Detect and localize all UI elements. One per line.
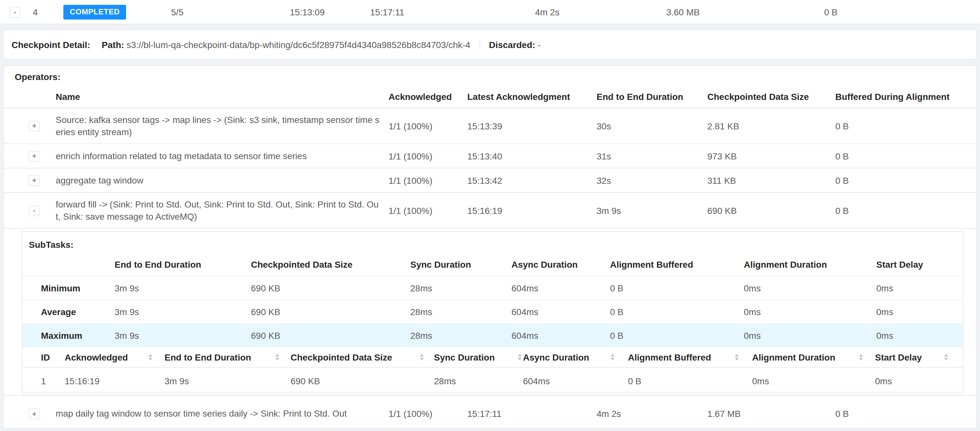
discarded-value: - xyxy=(538,39,541,49)
stat-value: 0ms xyxy=(744,307,761,317)
col-buffered-during-alignment: Buffered During Alignment xyxy=(835,91,950,102)
col-checkpointed-data-size: Checkpointed Data Size xyxy=(251,259,352,269)
col-alignment-buffered: Alignment Buffered xyxy=(628,352,711,362)
subtask-alignment-duration: 0ms xyxy=(752,376,769,386)
sort-icon[interactable] xyxy=(148,354,152,361)
col-end-to-end-duration: End to End Duration xyxy=(164,352,251,362)
stats-row-maximum: Maximum 3m 9s 690 KB 28ms 604ms 0 B 0ms … xyxy=(22,324,963,347)
acknowledged-value: 1/1 (100%) xyxy=(388,151,433,161)
buffered-during-alignment: 0 B xyxy=(824,7,838,17)
buffered-during-alignment-value: 0 B xyxy=(835,175,849,185)
table-row: + map daily tag window to sensor time se… xyxy=(4,396,976,428)
acknowledged-count: 5/5 xyxy=(171,7,184,17)
end-to-end-duration-value: 30s xyxy=(597,121,611,131)
sort-icon[interactable] xyxy=(859,354,863,361)
buffered-during-alignment-value: 0 B xyxy=(835,205,849,216)
subtasks-panel: SubTasks: End to End Duration Checkpoint… xyxy=(22,231,963,393)
operators-card: Operators: Name Acknowledged Latest Ackn… xyxy=(3,65,977,428)
operators-table-header: Name Acknowledged Latest Acknowledgment … xyxy=(4,85,976,108)
col-alignment-duration: Alignment Duration xyxy=(744,259,827,269)
stats-row-minimum: Minimum 3m 9s 690 KB 28ms 604ms 0 B 0ms … xyxy=(22,277,963,300)
table-row: + aggregate tag window 1/1 (100%) 15:13:… xyxy=(4,168,976,193)
acknowledged-value: 1/1 (100%) xyxy=(388,175,433,185)
checkpointed-data-size: 3.60 MB xyxy=(667,7,700,17)
col-async-duration: Async Duration xyxy=(511,259,578,269)
operator-name: map daily tag window to sensor time seri… xyxy=(56,408,382,420)
col-async-duration: Async Duration xyxy=(523,352,589,362)
checkpointed-data-size-value: 690 KB xyxy=(707,205,737,216)
table-row: + Source: kafka sensor tags -> map lines… xyxy=(4,108,976,144)
stats-row-average: Average 3m 9s 690 KB 28ms 604ms 0 B 0ms … xyxy=(22,300,963,324)
sort-icon[interactable] xyxy=(735,354,739,361)
operators-title: Operators: xyxy=(15,72,60,82)
subtask-start-delay: 0ms xyxy=(875,376,892,386)
checkpoint-detail-title: Checkpoint Detail: xyxy=(11,39,90,49)
checkpointed-data-size-value: 311 KB xyxy=(707,175,736,185)
subtask-id: 1 xyxy=(41,376,46,386)
acknowledged-value: 1/1 (100%) xyxy=(388,409,433,419)
checkpoint-detail-card: Checkpoint Detail: Path: s3://bl-lum-qa-… xyxy=(3,29,977,59)
col-acknowledged: Acknowledged xyxy=(388,91,452,102)
checkpointed-data-size-value: 2.81 KB xyxy=(707,121,739,131)
stat-value: 28ms xyxy=(410,283,432,293)
stat-value: 604ms xyxy=(511,307,538,317)
expand-button[interactable]: + xyxy=(29,175,40,186)
col-start-delay: Start Delay xyxy=(875,352,922,362)
sort-icon[interactable] xyxy=(275,354,279,361)
operator-name: Source: kafka sensor tags -> map lines -… xyxy=(56,114,382,138)
operator-name: aggregate tag window xyxy=(56,174,382,186)
collapse-row-button[interactable]: - xyxy=(10,6,21,17)
col-end-to-end-duration: End to End Duration xyxy=(115,259,201,269)
status-badge: COMPLETED xyxy=(64,5,126,19)
table-row: - forward fill -> (Sink: Print to Std. O… xyxy=(4,193,976,228)
subtask-acknowledged: 15:16:19 xyxy=(65,376,100,386)
expand-button[interactable]: + xyxy=(29,408,40,419)
checkpointed-data-size-value: 1.67 MB xyxy=(707,409,741,419)
col-acknowledged: Acknowledged xyxy=(65,352,128,362)
acknowledged-value: 1/1 (100%) xyxy=(388,121,433,131)
stats-row-label: Minimum xyxy=(41,283,80,293)
operator-name: enrich information related to tag metada… xyxy=(56,150,382,162)
stat-value: 28ms xyxy=(410,307,432,317)
col-alignment-buffered: Alignment Buffered xyxy=(610,259,693,269)
expand-button[interactable]: + xyxy=(29,120,40,131)
end-to-end-duration-value: 4m 2s xyxy=(597,409,621,419)
col-name: Name xyxy=(56,91,80,102)
subtask-alignment-buffered: 0 B xyxy=(628,376,641,386)
collapse-button[interactable]: - xyxy=(29,205,40,216)
stat-value: 3m 9s xyxy=(115,330,139,341)
stat-value: 604ms xyxy=(511,330,538,341)
subtasks-title: SubTasks: xyxy=(29,239,73,250)
stat-value: 0 B xyxy=(610,307,624,317)
col-id: ID xyxy=(41,352,50,362)
sort-icon[interactable] xyxy=(518,354,522,361)
col-checkpointed-data-size: Checkpointed Data Size xyxy=(291,352,392,362)
stat-value: 604ms xyxy=(511,283,538,293)
latest-acknowledgment-value: 15:13:39 xyxy=(467,121,502,131)
subtasks-stats-header: End to End Duration Checkpointed Data Si… xyxy=(22,252,963,277)
checkpoint-id: 4 xyxy=(33,7,38,17)
subtask-async-duration: 604ms xyxy=(523,376,550,386)
path-label: Path: xyxy=(102,39,124,49)
checkpoint-detail-page: - 4 COMPLETED 5/5 15:13:09 15:17:11 4m 2… xyxy=(0,0,980,431)
latest-acknowledgment-time: 15:17:11 xyxy=(370,7,404,17)
stats-row-label: Maximum xyxy=(41,330,82,341)
subtask-sync-duration: 28ms xyxy=(434,376,456,386)
col-alignment-duration: Alignment Duration xyxy=(752,352,835,362)
checkpoint-summary-row: - 4 COMPLETED 5/5 15:13:09 15:17:11 4m 2… xyxy=(0,0,980,24)
end-to-end-duration-value: 3m 9s xyxy=(597,205,621,216)
expand-button[interactable]: + xyxy=(29,150,40,161)
sort-icon[interactable] xyxy=(611,354,614,361)
sort-icon[interactable] xyxy=(420,354,424,361)
stat-value: 690 KB xyxy=(251,283,280,293)
trigger-time: 15:13:09 xyxy=(290,7,325,17)
sort-icon[interactable] xyxy=(944,354,948,361)
discarded-label: Discarded: xyxy=(489,39,535,49)
latest-acknowledgment-value: 15:13:40 xyxy=(467,151,502,161)
stats-row-label: Average xyxy=(41,307,76,317)
acknowledged-value: 1/1 (100%) xyxy=(388,205,433,216)
stat-value: 3m 9s xyxy=(115,307,139,317)
buffered-during-alignment-value: 0 B xyxy=(835,121,849,131)
subtask-row: 1 15:16:19 3m 9s 690 KB 28ms 604ms 0 B 0… xyxy=(22,367,963,395)
stat-value: 0ms xyxy=(744,283,761,293)
